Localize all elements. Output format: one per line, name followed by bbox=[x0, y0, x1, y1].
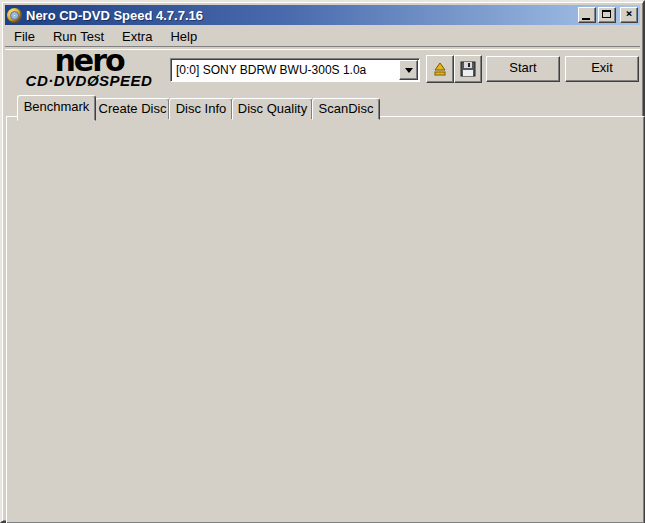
eject-tools-icon bbox=[431, 60, 449, 78]
drive-selector-value: [0:0] SONY BDRW BWU-300S 1.0a bbox=[171, 63, 398, 77]
title-bar: Nero CD-DVD Speed 4.7.7.16 × bbox=[5, 5, 640, 25]
nero-logo-wordmark: nero bbox=[8, 49, 170, 73]
tab-content-panel bbox=[6, 116, 645, 523]
window-title: Nero CD-DVD Speed 4.7.7.16 bbox=[26, 8, 576, 23]
minimize-icon bbox=[582, 18, 590, 20]
close-icon: × bbox=[621, 8, 637, 22]
drive-selector-dropdown-button[interactable] bbox=[399, 60, 418, 80]
drive-selector[interactable]: [0:0] SONY BDRW BWU-300S 1.0a bbox=[170, 58, 420, 82]
menu-help[interactable]: Help bbox=[161, 27, 206, 46]
tab-scandisc[interactable]: ScanDisc bbox=[312, 98, 380, 120]
maximize-icon bbox=[602, 10, 611, 18]
nero-logo: nero CD·DVDØSPEED bbox=[8, 49, 170, 89]
app-window: Nero CD-DVD Speed 4.7.7.16 × File Run Te… bbox=[0, 0, 645, 523]
start-button[interactable]: Start bbox=[486, 56, 560, 82]
close-button[interactable]: × bbox=[620, 7, 638, 23]
tab-benchmark[interactable]: Benchmark bbox=[17, 95, 96, 121]
maximize-button[interactable] bbox=[598, 7, 616, 23]
save-button[interactable] bbox=[454, 55, 482, 83]
chevron-down-icon bbox=[405, 68, 413, 77]
eject-button[interactable] bbox=[426, 55, 454, 83]
tab-disc-info[interactable]: Disc Info bbox=[169, 98, 233, 120]
tab-disc-quality[interactable]: Disc Quality bbox=[232, 98, 313, 120]
save-floppy-icon bbox=[459, 60, 477, 78]
tab-create-disc[interactable]: Create Disc bbox=[95, 98, 170, 120]
app-icon bbox=[7, 8, 22, 23]
exit-button[interactable]: Exit bbox=[565, 56, 639, 82]
menu-file[interactable]: File bbox=[5, 27, 44, 46]
nero-logo-subtitle: CD·DVDØSPEED bbox=[8, 73, 170, 89]
minimize-button[interactable] bbox=[578, 7, 596, 23]
